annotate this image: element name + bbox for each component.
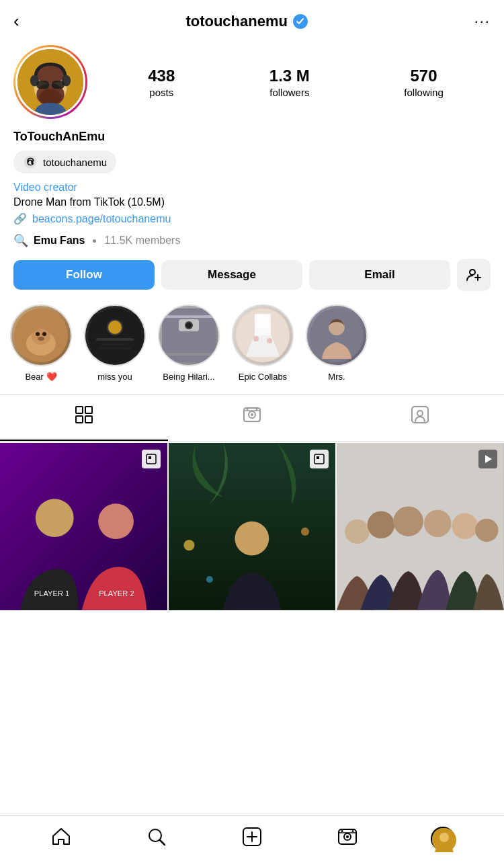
svg-line-79 [160, 840, 165, 845]
bio-section: Video creator Drone Man from TikTok (10.… [13, 181, 491, 225]
avatar-wrapper[interactable] [13, 45, 87, 119]
followers-count: 1.3 M [269, 67, 310, 85]
threads-icon [23, 155, 38, 169]
tab-grid[interactable] [0, 395, 168, 441]
svg-point-58 [98, 503, 134, 539]
svg-rect-44 [85, 407, 92, 413]
threads-badge[interactable]: totouchanemu [13, 151, 116, 173]
highlight-bear[interactable]: Bear ❤️ [10, 304, 72, 382]
svg-point-17 [21, 319, 34, 331]
nav-profile-avatar [431, 827, 455, 851]
svg-point-12 [470, 270, 475, 275]
reels-nav-icon [337, 827, 358, 852]
highlight-miss-you[interactable]: miss you [84, 304, 146, 382]
svg-point-39 [253, 336, 259, 341]
profile-section: 438 posts 1.3 M followers 570 following … [0, 38, 504, 291]
post-1-overlay [142, 450, 161, 468]
tab-tagged[interactable] [336, 395, 504, 441]
svg-point-49 [251, 413, 253, 416]
following-count: 570 [411, 67, 437, 85]
profile-top: 438 posts 1.3 M followers 570 following [13, 45, 491, 119]
svg-rect-28 [101, 343, 128, 345]
svg-rect-33 [165, 353, 212, 356]
svg-point-72 [345, 520, 370, 544]
avatar [15, 47, 85, 117]
posts-label: posts [149, 87, 173, 98]
verified-badge [293, 14, 308, 29]
stats-row: 438 posts 1.3 M followers 570 following [101, 67, 491, 98]
stat-posts[interactable]: 438 posts [148, 67, 175, 98]
add-friend-button[interactable] [457, 259, 491, 291]
svg-point-65 [235, 522, 269, 556]
highlight-mrs[interactable]: Mrs. [306, 304, 368, 382]
svg-point-51 [247, 409, 249, 411]
post-3-overlay [478, 450, 497, 468]
svg-point-26 [108, 321, 122, 334]
svg-point-21 [42, 332, 46, 336]
threads-handle: totouchanemu [43, 157, 107, 168]
post-2[interactable] [169, 443, 336, 610]
nav-reels[interactable] [327, 824, 368, 854]
community-row[interactable]: 🔍 Emu Fans 11.5K members [13, 233, 491, 248]
display-name: ToTouchAnEmu [13, 130, 491, 144]
post-1-image: PLAYER 1 PLAYER 2 [0, 443, 167, 610]
nav-profile[interactable] [423, 824, 463, 854]
svg-point-87 [341, 830, 343, 832]
nav-home[interactable] [41, 824, 81, 854]
post-3[interactable] [337, 443, 504, 610]
community-icon: 🔍 [13, 233, 28, 248]
highlight-circle-mrs [306, 304, 368, 366]
stat-following[interactable]: 570 following [404, 67, 443, 98]
highlights-scroll[interactable]: Bear ❤️ miss you [10, 304, 504, 387]
svg-point-85 [346, 835, 349, 838]
svg-rect-62 [149, 456, 151, 459]
bottom-nav [0, 815, 504, 867]
reels-icon [243, 405, 261, 429]
svg-rect-7 [52, 81, 65, 89]
nav-search[interactable] [136, 824, 177, 854]
svg-point-54 [417, 411, 423, 416]
svg-rect-29 [99, 347, 131, 349]
svg-point-88 [352, 830, 354, 832]
link-icon: 🔗 [13, 212, 27, 225]
email-button[interactable]: Email [309, 260, 450, 290]
posts-count: 438 [148, 67, 175, 85]
header: ‹ totouchanemu ··· [0, 0, 504, 38]
svg-point-57 [36, 499, 74, 537]
highlight-circle-bear [10, 304, 72, 366]
follow-button[interactable]: Follow [13, 260, 155, 290]
highlight-label-epic-collabs: Epic Collabs [239, 372, 287, 382]
tab-reels[interactable] [168, 395, 336, 441]
svg-point-66 [183, 540, 194, 550]
highlights-section: Bear ❤️ miss you [0, 304, 504, 387]
svg-rect-70 [317, 456, 319, 459]
svg-rect-27 [96, 338, 134, 341]
back-button[interactable]: ‹ [13, 11, 19, 32]
svg-point-74 [394, 506, 424, 536]
post-1[interactable]: PLAYER 1 PLAYER 2 [0, 443, 167, 610]
svg-text:PLAYER 1: PLAYER 1 [34, 589, 70, 597]
followers-label: followers [269, 87, 309, 98]
bio-text: Drone Man from TikTok (10.5M) [13, 196, 491, 208]
svg-rect-56 [0, 443, 167, 610]
create-icon [242, 827, 262, 852]
svg-point-75 [424, 509, 452, 537]
message-button[interactable]: Message [161, 260, 302, 290]
bio-link[interactable]: 🔗 beacons.page/totouchanemu [13, 212, 491, 225]
search-icon [146, 827, 167, 852]
more-options-button[interactable]: ··· [474, 13, 491, 30]
svg-point-90 [439, 833, 449, 842]
highlight-being-hilarious[interactable]: Being Hilari... [158, 304, 220, 382]
highlight-epic-collabs[interactable]: Epic Collabs [232, 304, 294, 382]
nav-create[interactable] [232, 824, 272, 854]
svg-point-20 [36, 332, 40, 336]
svg-rect-43 [76, 407, 83, 413]
svg-rect-53 [412, 407, 428, 423]
tagged-icon [411, 405, 429, 429]
svg-point-52 [256, 409, 258, 411]
highlight-label-miss-you: miss you [97, 372, 132, 382]
stat-followers[interactable]: 1.3 M followers [269, 67, 310, 98]
svg-text:PLAYER 2: PLAYER 2 [99, 589, 134, 597]
community-members: 11.5K members [104, 235, 180, 247]
svg-rect-6 [36, 81, 49, 89]
